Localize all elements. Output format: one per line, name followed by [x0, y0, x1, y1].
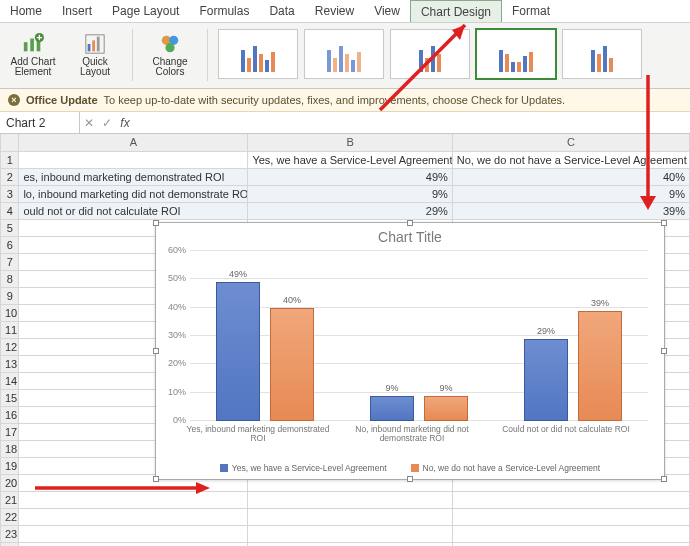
- row-header[interactable]: 17: [1, 423, 19, 440]
- enter-icon[interactable]: ✓: [98, 112, 116, 133]
- svg-rect-1: [30, 38, 34, 51]
- name-box[interactable]: Chart 2: [0, 112, 80, 133]
- chart-style-4[interactable]: [476, 29, 556, 79]
- cell-c4[interactable]: 39%: [452, 202, 689, 219]
- row-header[interactable]: 20: [1, 474, 19, 491]
- tab-insert[interactable]: Insert: [52, 0, 102, 22]
- bar[interactable]: 29%: [524, 339, 568, 421]
- cell-c3[interactable]: 9%: [452, 185, 689, 202]
- row-header[interactable]: 14: [1, 372, 19, 389]
- tab-chart-design[interactable]: Chart Design: [410, 0, 502, 22]
- row-header[interactable]: 21: [1, 491, 19, 508]
- row-header[interactable]: 8: [1, 270, 19, 287]
- bar-group: 29% 39%: [508, 251, 638, 421]
- row-header[interactable]: 7: [1, 253, 19, 270]
- cell-c2[interactable]: 40%: [452, 168, 689, 185]
- add-chart-element-button[interactable]: Add ChartElement: [6, 27, 60, 83]
- bar[interactable]: 49%: [216, 282, 260, 421]
- cell-a2[interactable]: es, inbound marketing demonstrated ROI: [19, 168, 248, 185]
- row-header[interactable]: 24: [1, 542, 19, 546]
- row-header[interactable]: 2: [1, 168, 19, 185]
- cell-b3[interactable]: 9%: [248, 185, 452, 202]
- change-colors-label: ChangeColors: [152, 57, 187, 78]
- cell-a1[interactable]: [19, 151, 248, 168]
- cell-b1[interactable]: Yes, we have a Service-Level Agreement: [248, 151, 452, 168]
- tab-page-layout[interactable]: Page Layout: [102, 0, 189, 22]
- axis-label: Yes, inbound marketing demonstrated ROI: [186, 425, 330, 444]
- corner-cell[interactable]: [1, 134, 19, 151]
- menu-tabs: Home Insert Page Layout Formulas Data Re…: [0, 0, 690, 23]
- office-update-bar: × Office Update To keep up-to-date with …: [0, 89, 690, 112]
- cell-b2[interactable]: 49%: [248, 168, 452, 185]
- row-header[interactable]: 9: [1, 287, 19, 304]
- tab-view[interactable]: View: [364, 0, 410, 22]
- row-header[interactable]: 1: [1, 151, 19, 168]
- col-header-a[interactable]: A: [19, 134, 248, 151]
- svg-rect-7: [97, 36, 100, 51]
- quick-layout-label: QuickLayout: [80, 57, 110, 78]
- chart-style-1[interactable]: [218, 29, 298, 79]
- row-header[interactable]: 11: [1, 321, 19, 338]
- col-header-b[interactable]: B: [248, 134, 452, 151]
- separator: [132, 29, 133, 81]
- bar[interactable]: 9%: [370, 396, 414, 422]
- ribbon: Add ChartElement QuickLayout ChangeColor…: [0, 23, 690, 89]
- tab-data[interactable]: Data: [259, 0, 304, 22]
- chart-element-icon: [22, 33, 44, 55]
- cancel-icon[interactable]: ✕: [80, 112, 98, 133]
- svg-point-10: [165, 43, 174, 52]
- row-header[interactable]: 12: [1, 338, 19, 355]
- svg-rect-6: [92, 40, 95, 51]
- cell-a3[interactable]: lo, inbound marketing did not demonstrat…: [19, 185, 248, 202]
- quick-layout-icon: [84, 33, 106, 55]
- quick-layout-button[interactable]: QuickLayout: [68, 27, 122, 83]
- add-chart-element-label: Add ChartElement: [10, 57, 55, 78]
- row-header[interactable]: 23: [1, 525, 19, 542]
- svg-rect-5: [88, 44, 91, 51]
- fx-icon[interactable]: fx: [116, 112, 134, 133]
- cell-a4[interactable]: ould not or did not calculate ROI: [19, 202, 248, 219]
- row-header[interactable]: 5: [1, 219, 19, 236]
- chart-style-3[interactable]: [390, 29, 470, 79]
- change-colors-icon: [159, 33, 181, 55]
- bar[interactable]: 39%: [578, 311, 622, 422]
- row-header[interactable]: 13: [1, 355, 19, 372]
- row-header[interactable]: 18: [1, 440, 19, 457]
- row-header[interactable]: 16: [1, 406, 19, 423]
- plot-area[interactable]: 0% 10% 20% 30% 40% 50% 60% 49% 40% 9% 9%…: [190, 251, 648, 421]
- chart-style-5[interactable]: [562, 29, 642, 79]
- col-header-c[interactable]: C: [452, 134, 689, 151]
- tab-format[interactable]: Format: [502, 0, 560, 22]
- tab-formulas[interactable]: Formulas: [189, 0, 259, 22]
- cell-b4[interactable]: 29%: [248, 202, 452, 219]
- update-title: Office Update: [26, 94, 98, 106]
- formula-bar: Chart 2 ✕ ✓ fx: [0, 112, 690, 134]
- bar-group: 9% 9%: [354, 251, 484, 421]
- row-header[interactable]: 4: [1, 202, 19, 219]
- bar-group: 49% 40%: [200, 251, 330, 421]
- row-header[interactable]: 3: [1, 185, 19, 202]
- cell-c1[interactable]: No, we do not have a Service-Level Agree…: [452, 151, 689, 168]
- close-icon[interactable]: ×: [8, 94, 20, 106]
- tab-home[interactable]: Home: [0, 0, 52, 22]
- row-header[interactable]: 15: [1, 389, 19, 406]
- bar[interactable]: 40%: [270, 308, 314, 421]
- axis-label: Could not or did not calculate ROI: [494, 425, 638, 434]
- chart-title[interactable]: Chart Title: [156, 229, 664, 245]
- update-message: To keep up-to-date with security updates…: [104, 94, 566, 106]
- svg-rect-0: [24, 42, 28, 51]
- chart-legend[interactable]: Yes, we have a Service-Level Agreement N…: [156, 463, 664, 473]
- axis-label: No, inbound marketing did not demonstrat…: [340, 425, 484, 444]
- row-header[interactable]: 10: [1, 304, 19, 321]
- bar[interactable]: 9%: [424, 396, 468, 422]
- tab-review[interactable]: Review: [305, 0, 364, 22]
- chart-styles-gallery: [218, 27, 642, 79]
- embedded-chart[interactable]: Chart Title 0% 10% 20% 30% 40% 50% 60% 4…: [155, 222, 665, 480]
- separator: [207, 29, 208, 81]
- row-header[interactable]: 19: [1, 457, 19, 474]
- row-header[interactable]: 22: [1, 508, 19, 525]
- change-colors-button[interactable]: ChangeColors: [143, 27, 197, 83]
- row-header[interactable]: 6: [1, 236, 19, 253]
- chart-style-2[interactable]: [304, 29, 384, 79]
